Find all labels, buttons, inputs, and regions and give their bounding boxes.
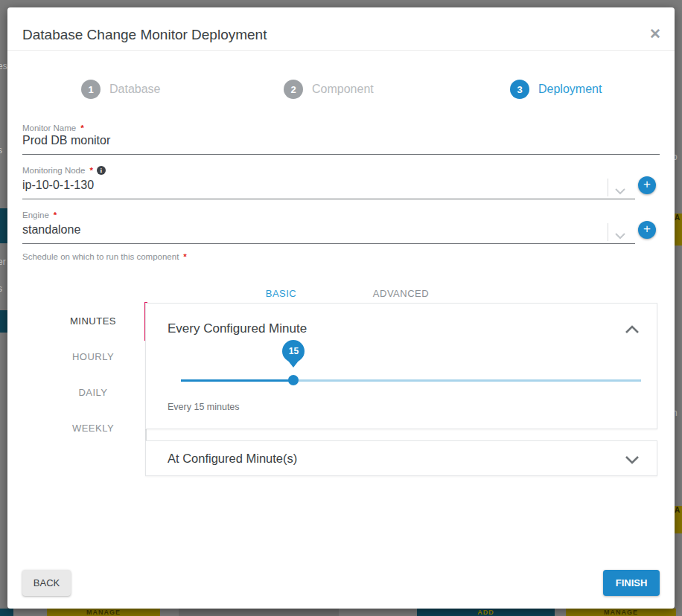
backdrop-block: A [675,214,682,246]
finish-button[interactable]: FINISH [603,570,660,596]
monitor-name-label: Monitor Name* [22,123,84,132]
required-mark: * [183,252,186,261]
slider-caption: Every 15 minutes [168,402,240,412]
backdrop-bottom-strip: MANAGE ADD MANAGE [0,609,682,616]
label-text: Schedule on which to run this component [22,252,179,261]
header-divider [7,50,675,51]
label-text: Monitor Name [22,123,76,132]
monitoring-node-input[interactable] [22,179,596,196]
backdrop-block [0,208,7,243]
backdrop-right-strip: o A n A [675,0,682,616]
add-node-button[interactable]: + [638,176,656,194]
backdrop-text-fragment: n [675,408,678,418]
required-mark: * [89,166,92,175]
backdrop-button [179,609,339,616]
backdrop-button-manage: MANAGE [47,609,160,616]
backdrop-block [0,609,13,616]
panel-title: Every Configured Minute [168,321,307,336]
deployment-wizard-modal: Database Change Monitor Deployment ✕ 1 D… [7,7,675,609]
required-mark: * [80,123,83,132]
step-component[interactable]: 2 Component [284,80,374,99]
at-configured-minutes-panel[interactable]: At Configured Minute(s) [145,440,657,476]
backdrop-left-strip: es s er s [0,0,7,616]
input-underline [22,243,635,244]
label-text: Monitoring Node [22,166,85,175]
slider-thumb[interactable] [288,375,299,385]
chevron-up-icon[interactable] [625,323,639,336]
step-number: 1 [81,80,101,99]
side-tab-daily[interactable]: DAILY [37,387,149,398]
slider-fill [181,379,293,382]
step-number: 2 [284,80,303,99]
required-mark: * [54,211,57,219]
back-button[interactable]: BACK [22,570,71,596]
monitoring-node-label: Monitoring Node* i [22,166,106,175]
engine-label: Engine* [22,211,57,219]
every-configured-minute-panel: Every Configured Minute 15 Every 15 minu… [145,303,657,429]
side-tab-minutes[interactable]: MINUTES [37,315,149,327]
add-engine-button[interactable]: + [638,221,656,239]
slider-value-balloon: 15 [282,340,305,362]
tab-label: ADVANCED [373,288,429,299]
slider-balloon-tail [288,361,299,368]
chevron-down-icon[interactable] [615,185,625,198]
backdrop-text-fragment: o [675,152,678,162]
panel-title: At Configured Minute(s) [168,452,297,466]
backdrop-block: A [675,506,682,533]
backdrop-block [0,310,7,333]
backdrop-text-fragment: es [0,61,7,71]
step-label: Database [109,83,161,96]
input-underline [22,154,660,155]
schedule-label: Schedule on which to run this component* [22,252,187,261]
side-tab-weekly[interactable]: WEEKLY [37,423,149,434]
step-label: Deployment [538,83,602,96]
info-icon[interactable]: i [97,166,106,175]
side-tab-hourly[interactable]: HOURLY [37,351,149,362]
backdrop-text-fragment: s [0,283,2,294]
tab-label: BASIC [266,288,297,299]
close-icon[interactable]: ✕ [649,25,661,42]
step-deployment[interactable]: 3 Deployment [510,80,602,99]
label-text: Engine [22,211,49,219]
input-underline [22,199,635,199]
chevron-down-icon[interactable] [615,229,625,243]
minute-slider[interactable]: 15 [181,375,641,385]
dropdown-separator [608,223,608,241]
backdrop-text-fragment: er [0,257,6,267]
step-number: 3 [510,80,529,99]
monitor-name-input[interactable] [22,134,660,152]
dropdown-separator [608,179,608,196]
backdrop-text-fragment: s [0,145,2,155]
step-label: Component [312,83,374,96]
engine-input[interactable] [22,223,596,241]
step-database[interactable]: 1 Database [81,80,161,99]
chevron-down-icon[interactable] [625,454,639,467]
backdrop-button-manage: MANAGE [566,609,676,616]
modal-title: Database Change Monitor Deployment [22,27,267,43]
backdrop-button-add: ADD [417,609,555,616]
